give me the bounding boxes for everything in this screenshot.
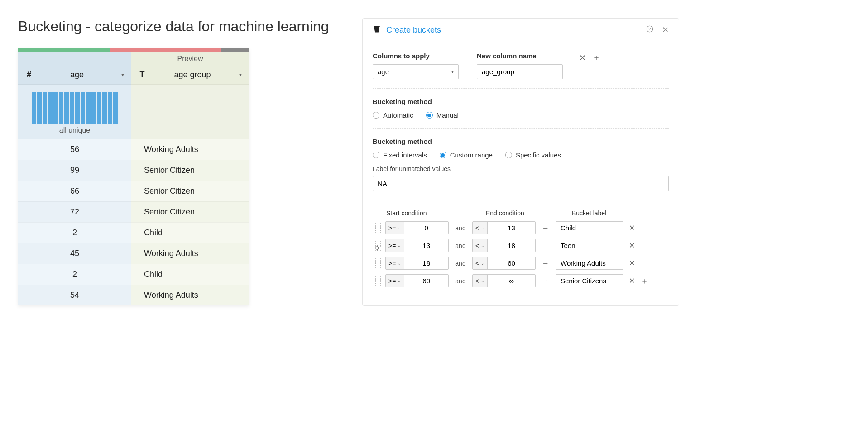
page-title: Bucketing - categorize data for machine …	[18, 18, 344, 35]
and-text: and	[452, 224, 469, 232]
end-condition-group: <⌄	[472, 239, 536, 252]
cell-age: 99	[18, 160, 131, 181]
unmatched-values-input[interactable]	[373, 176, 669, 191]
bucketing-method-label: Bucketing method	[373, 98, 432, 105]
end-condition-group: <⌄	[472, 274, 536, 287]
chevron-down-icon[interactable]: ▼	[120, 72, 125, 77]
cell-age: 2	[18, 264, 131, 285]
remove-bucket-icon[interactable]: ✕	[627, 241, 636, 250]
remove-column-icon[interactable]: ✕	[579, 53, 586, 63]
arrow-icon: →	[539, 242, 552, 250]
end-value-input[interactable]	[488, 275, 535, 287]
column-header-age-group[interactable]: T age group ▼	[131, 66, 249, 85]
columns-to-apply-label: Columns to apply	[373, 52, 459, 60]
cell-age-group: Senior Citizen	[131, 160, 249, 181]
cell-age: 2	[18, 222, 131, 243]
table-row: 2 Child	[18, 222, 249, 243]
status-segment-red	[110, 48, 221, 52]
add-column-icon[interactable]: ＋	[592, 52, 600, 63]
connector-line	[463, 71, 472, 71]
help-icon[interactable]: ?	[646, 25, 654, 35]
range-method-label: Bucketing method	[373, 138, 432, 145]
table-row: 2 Child	[18, 264, 249, 285]
bucket-label-header: Bucket label	[572, 210, 640, 217]
bucket-label-input[interactable]	[556, 221, 623, 234]
columns-to-apply-select[interactable]: age ▾	[373, 64, 459, 79]
start-value-input[interactable]	[404, 239, 448, 252]
radio-automatic[interactable]: Automatic	[373, 111, 413, 119]
end-operator-select[interactable]: <⌄	[473, 257, 488, 269]
new-column-label: New column name	[477, 52, 563, 60]
remove-bucket-icon[interactable]: ✕	[627, 259, 636, 267]
create-buckets-panel: Create buckets ? ✕ Columns to apply age …	[362, 18, 679, 306]
drag-handle-icon[interactable]	[373, 242, 382, 250]
table-row: 56 Working Adults	[18, 139, 249, 160]
end-value-input[interactable]	[488, 257, 535, 269]
start-operator-select[interactable]: >=⌄	[386, 222, 404, 234]
end-operator-select[interactable]: <⌄	[473, 275, 488, 287]
data-preview-table: Preview # age ▼ T age group ▼	[18, 48, 249, 305]
bucket-label-input[interactable]	[556, 239, 623, 252]
table-row: 54 Working Adults	[18, 285, 249, 305]
remove-bucket-icon[interactable]: ✕	[627, 224, 636, 232]
end-operator-select[interactable]: <⌄	[473, 239, 488, 252]
start-operator-select[interactable]: >=⌄	[386, 257, 404, 269]
cell-age-group: Working Adults	[131, 285, 249, 305]
histogram-cell-group	[131, 85, 249, 139]
and-text: and	[452, 277, 469, 285]
end-condition-header: End condition	[486, 210, 572, 217]
drag-handle-icon[interactable]	[373, 224, 382, 232]
cell-age: 45	[18, 243, 131, 264]
radio-icon	[373, 152, 379, 158]
cell-age: 54	[18, 285, 131, 305]
cell-age-group: Working Adults	[131, 243, 249, 264]
cell-age-group: Working Adults	[131, 139, 249, 160]
bucket-label-input[interactable]	[556, 257, 623, 270]
start-condition-header: Start condition	[386, 210, 463, 217]
start-value-input[interactable]	[404, 222, 448, 234]
status-segment-green	[18, 48, 110, 52]
start-value-input[interactable]	[404, 257, 448, 269]
cell-age-group: Child	[131, 264, 249, 285]
close-icon[interactable]: ✕	[662, 25, 669, 35]
radio-manual[interactable]: Manual	[426, 111, 459, 119]
start-value-input[interactable]	[404, 275, 448, 287]
histogram-cell-age: all unique	[18, 85, 131, 139]
bucket-label-input[interactable]	[556, 274, 623, 287]
start-operator-select[interactable]: >=⌄	[386, 275, 404, 287]
cell-age: 66	[18, 181, 131, 201]
arrow-icon: →	[539, 224, 552, 232]
text-type-icon: T	[138, 70, 147, 80]
histogram-caption: all unique	[59, 126, 91, 134]
cell-age: 72	[18, 201, 131, 222]
radio-specific-values[interactable]: Specific values	[505, 151, 561, 159]
start-condition-group: >=⌄	[385, 221, 449, 234]
cell-age-group: Child	[131, 222, 249, 243]
start-operator-select[interactable]: >=⌄	[386, 239, 404, 252]
chevron-down-icon[interactable]: ▼	[238, 72, 243, 77]
table-row: 99 Senior Citizen	[18, 160, 249, 181]
start-condition-group: >=⌄	[385, 257, 449, 270]
svg-text:?: ?	[648, 27, 651, 31]
end-condition-group: <⌄	[472, 257, 536, 270]
and-text: and	[452, 242, 469, 249]
chevron-down-icon: ▾	[451, 69, 454, 74]
radio-fixed-intervals[interactable]: Fixed intervals	[373, 151, 427, 159]
table-row: 72 Senior Citizen	[18, 201, 249, 222]
end-operator-select[interactable]: <⌄	[473, 222, 488, 234]
column-header-age[interactable]: # age ▼	[18, 66, 131, 85]
start-condition-group: >=⌄	[385, 274, 449, 287]
column-status-bar	[18, 48, 249, 52]
add-bucket-icon[interactable]: ＋	[640, 276, 649, 286]
end-value-input[interactable]	[488, 222, 535, 234]
panel-title: Create buckets	[386, 25, 646, 35]
drag-handle-icon[interactable]	[373, 277, 382, 285]
new-column-input[interactable]	[477, 64, 563, 79]
cell-age: 56	[18, 139, 131, 160]
remove-bucket-icon[interactable]: ✕	[627, 276, 636, 285]
bucket-row: >=⌄ and <⌄ → ✕	[373, 239, 669, 252]
drag-handle-icon[interactable]	[373, 259, 382, 267]
end-value-input[interactable]	[488, 239, 535, 252]
radio-custom-range[interactable]: Custom range	[440, 151, 493, 159]
unmatched-label: Label for unmatched values	[373, 165, 669, 172]
